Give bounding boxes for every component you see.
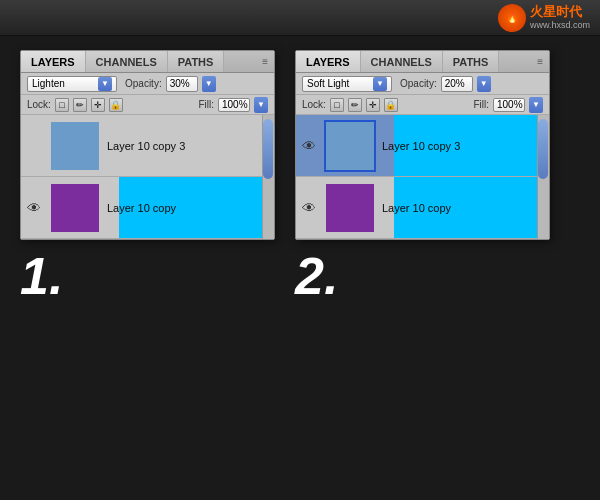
- layer-4-visibility[interactable]: 👁: [300, 199, 318, 217]
- logo: 🔥 火星时代 www.hxsd.com: [498, 4, 590, 32]
- lock-position-1[interactable]: ✛: [91, 98, 105, 112]
- layer-3-name: Layer 10 copy 3: [382, 140, 545, 152]
- tab-layers-1[interactable]: LAYERS: [21, 51, 86, 72]
- eye-icon-3: 👁: [302, 138, 316, 154]
- logo-text: 火星时代 www.hxsd.com: [530, 4, 590, 30]
- layer-1-thumb: [49, 120, 101, 172]
- layer-row[interactable]: 👁 Layer 10 copy: [296, 177, 549, 239]
- tab-paths-1[interactable]: PATHS: [168, 51, 225, 72]
- panel-2: LAYERS CHANNELS PATHS ≡ Soft Light ▼ Opa…: [295, 50, 550, 306]
- lock-label-1: Lock:: [27, 99, 51, 110]
- layer-1-name: Layer 10 copy 3: [107, 140, 270, 152]
- eye-icon-2: 👁: [27, 200, 41, 216]
- brand-url: www.hxsd.com: [530, 20, 590, 31]
- layer-2-content: Layer 10 copy: [107, 182, 270, 234]
- layer-2-visibility[interactable]: 👁: [25, 199, 43, 217]
- panel-2-menu-btn[interactable]: ≡: [531, 51, 549, 72]
- step-1-label: 1.: [20, 246, 275, 306]
- tab-layers-2[interactable]: LAYERS: [296, 51, 361, 72]
- tab-paths-2[interactable]: PATHS: [443, 51, 500, 72]
- layer-row[interactable]: 👁 Layer 10 copy: [21, 177, 274, 239]
- tab-channels-2[interactable]: CHANNELS: [361, 51, 443, 72]
- fill-arrow-2[interactable]: ▼: [529, 97, 543, 113]
- brand-name: 火星时代: [530, 4, 590, 20]
- layer-3-thumb: [324, 120, 376, 172]
- step-2-label: 2.: [295, 246, 550, 306]
- lock-label-2: Lock:: [302, 99, 326, 110]
- blend-arrow-2[interactable]: ▼: [373, 77, 387, 91]
- panel-2-blend-row: Soft Light ▼ Opacity: 20% ▼: [296, 73, 549, 95]
- panel-1-lock-row: Lock: □ ✏ ✛ 🔒 Fill: 100% ▼: [21, 95, 274, 115]
- layer-3-visibility[interactable]: 👁: [300, 137, 318, 155]
- lock-transparent-2[interactable]: □: [330, 98, 344, 112]
- ps-panel-1: LAYERS CHANNELS PATHS ≡ Lighten ▼ Opacit…: [20, 50, 275, 240]
- opacity-label-1: Opacity:: [125, 78, 162, 89]
- layer-1-visibility[interactable]: [25, 137, 43, 155]
- logo-icon: 🔥: [498, 4, 526, 32]
- fill-label-2: Fill:: [473, 99, 489, 110]
- panel-1-layers: Layer 10 copy 3 👁 Layer 10 copy: [21, 115, 274, 239]
- lock-transparent-1[interactable]: □: [55, 98, 69, 112]
- opacity-value-1[interactable]: 30%: [166, 76, 198, 92]
- panel-1: LAYERS CHANNELS PATHS ≡ Lighten ▼ Opacit…: [20, 50, 275, 306]
- layer-row[interactable]: 👁 Layer 10 copy 3: [296, 115, 549, 177]
- panel-1-blend-row: Lighten ▼ Opacity: 30% ▼: [21, 73, 274, 95]
- fill-label-1: Fill:: [198, 99, 214, 110]
- lock-image-2[interactable]: ✏: [348, 98, 362, 112]
- layer-1-content: Layer 10 copy 3: [107, 120, 270, 172]
- layer-row[interactable]: Layer 10 copy 3: [21, 115, 274, 177]
- opacity-label-2: Opacity:: [400, 78, 437, 89]
- tab-channels-1[interactable]: CHANNELS: [86, 51, 168, 72]
- panel-1-scrollbar[interactable]: [262, 115, 274, 239]
- scroll-thumb-1[interactable]: [263, 119, 273, 179]
- panel-2-scrollbar[interactable]: [537, 115, 549, 239]
- layer-3-content: Layer 10 copy 3: [382, 120, 545, 172]
- eye-icon-4: 👁: [302, 200, 316, 216]
- lock-image-1[interactable]: ✏: [73, 98, 87, 112]
- panel-2-lock-row: Lock: □ ✏ ✛ 🔒 Fill: 100% ▼: [296, 95, 549, 115]
- layer-4-thumb: [324, 182, 376, 234]
- blend-arrow-1[interactable]: ▼: [98, 77, 112, 91]
- layer-4-content: Layer 10 copy: [382, 182, 545, 234]
- layer-2-name: Layer 10 copy: [107, 202, 270, 214]
- top-bar: 🔥 火星时代 www.hxsd.com: [0, 0, 600, 36]
- fill-value-2[interactable]: 100%: [493, 98, 525, 112]
- opacity-arrow-1[interactable]: ▼: [202, 76, 216, 92]
- panel-1-menu-btn[interactable]: ≡: [256, 51, 274, 72]
- opacity-arrow-2[interactable]: ▼: [477, 76, 491, 92]
- lock-all-2[interactable]: 🔒: [384, 98, 398, 112]
- panel-2-layers: 👁 Layer 10 copy 3 👁: [296, 115, 549, 239]
- blend-mode-select-2[interactable]: Soft Light ▼: [302, 76, 392, 92]
- opacity-value-2[interactable]: 20%: [441, 76, 473, 92]
- blend-mode-select-1[interactable]: Lighten ▼: [27, 76, 117, 92]
- panel-1-tabs: LAYERS CHANNELS PATHS ≡: [21, 51, 274, 73]
- lock-all-1[interactable]: 🔒: [109, 98, 123, 112]
- fill-arrow-1[interactable]: ▼: [254, 97, 268, 113]
- panel-2-tabs: LAYERS CHANNELS PATHS ≡: [296, 51, 549, 73]
- layer-4-name: Layer 10 copy: [382, 202, 545, 214]
- ps-panel-2: LAYERS CHANNELS PATHS ≡ Soft Light ▼ Opa…: [295, 50, 550, 240]
- lock-position-2[interactable]: ✛: [366, 98, 380, 112]
- fill-value-1[interactable]: 100%: [218, 98, 250, 112]
- layer-2-thumb: [49, 182, 101, 234]
